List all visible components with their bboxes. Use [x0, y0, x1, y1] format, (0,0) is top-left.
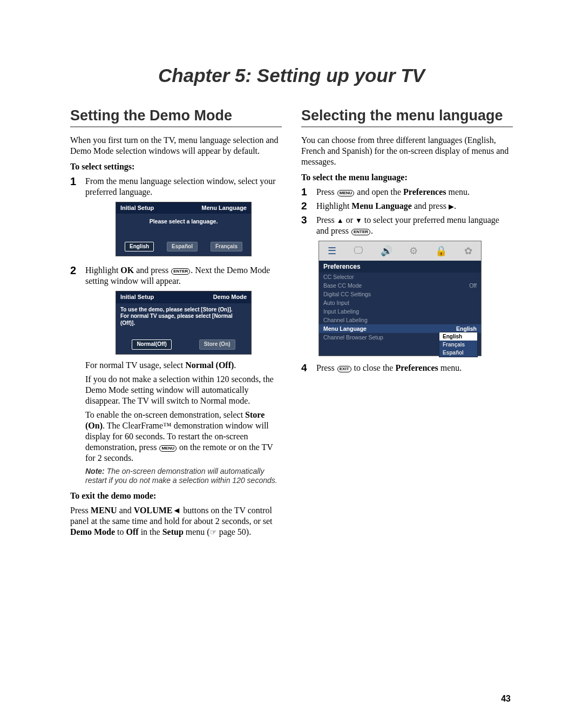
- right-step4: Press EXIT to close the Preferences menu…: [316, 363, 513, 373]
- setup-message: Please select a language.: [116, 214, 251, 238]
- demo-btn-normal[interactable]: Normal(Off): [132, 339, 172, 350]
- lang-btn-espanol[interactable]: Español: [167, 242, 198, 252]
- flyout-english[interactable]: English: [439, 332, 477, 341]
- down-triangle-icon: ▼: [355, 216, 362, 224]
- right-step1: Press MENU and open the Preferences menu…: [316, 187, 513, 198]
- tab-icon-sliders[interactable]: ⚙: [409, 245, 418, 257]
- flyout-francais[interactable]: Français: [439, 341, 477, 349]
- preferences-box: ☰ 🖵 🔊 ⚙ 🔒 ✿ Preferences CC Selector Base…: [318, 241, 482, 356]
- setup-header-left: Initial Setup: [120, 205, 154, 212]
- note-block: Note: The on-screen demonstration will a…: [85, 467, 282, 486]
- tab-icon-list[interactable]: ☰: [328, 245, 336, 257]
- left-section-title: Setting the Demo Mode: [70, 108, 282, 127]
- tab-icon-monitor[interactable]: 🖵: [354, 245, 363, 256]
- pref-row-auto-input[interactable]: Auto Input: [319, 298, 481, 307]
- step-number: 2: [301, 201, 311, 211]
- setup-header-right: Demo Mode: [213, 294, 247, 301]
- setup-header-right: Menu Language: [201, 205, 247, 212]
- tab-icon-gear[interactable]: ✿: [464, 245, 472, 257]
- enter-key-icon: ENTER: [171, 268, 190, 275]
- step-number: 3: [301, 215, 311, 225]
- step-number: 4: [301, 363, 311, 373]
- step-number: 1: [70, 176, 80, 187]
- exit-key-icon: EXIT: [337, 366, 351, 372]
- demo-msg2: For normal TV usage, please select [Norm…: [120, 313, 247, 326]
- chapter-title: Chapter 5: Setting up your TV: [70, 65, 513, 86]
- after-demo-3: To enable the on-screen demonstration, s…: [85, 410, 282, 464]
- pointer-icon: ☞: [210, 528, 217, 536]
- pref-row-input-labeling[interactable]: Input Labeling: [319, 307, 481, 316]
- left-select-heading: To select settings:: [70, 162, 282, 172]
- demo-mode-box: Initial Setup Demo Mode To use the demo,…: [116, 291, 252, 355]
- setup-header-left: Initial Setup: [120, 294, 154, 301]
- left-intro: When you first turn on the TV, menu lang…: [70, 135, 282, 157]
- right-select-heading: To select the menu language:: [301, 173, 513, 182]
- step-number: 1: [301, 187, 311, 197]
- right-triangle-icon: ▶: [449, 202, 454, 210]
- after-demo-1: For normal TV usage, select Normal (Off)…: [85, 360, 282, 371]
- pref-row-base-cc[interactable]: Base CC ModeOff: [319, 281, 481, 290]
- menu-key-icon: MENU: [159, 445, 177, 452]
- right-intro: You can choose from three different lang…: [301, 135, 513, 167]
- flyout-espanol[interactable]: Español: [439, 349, 477, 357]
- enter-key-icon: ENTER: [351, 229, 370, 235]
- exit-heading: To exit the demo mode:: [70, 491, 282, 501]
- language-setup-box: Initial Setup Menu Language Please selec…: [116, 202, 252, 256]
- tab-icon-lock[interactable]: 🔒: [435, 245, 447, 257]
- up-triangle-icon: ▲: [337, 216, 344, 224]
- page-number: 43: [70, 694, 513, 704]
- exit-text: Press MENU and VOLUME◄ buttons on the TV…: [70, 505, 282, 538]
- lang-btn-francais[interactable]: Français: [211, 242, 242, 252]
- demo-msg1: To use the demo, please select [Store (O…: [120, 307, 247, 314]
- left-step2: Highlight OK and press ENTER. Next the D…: [85, 265, 282, 287]
- menu-key-icon: MENU: [337, 190, 355, 196]
- tab-icon-speaker[interactable]: 🔊: [381, 245, 392, 257]
- right-step2: Highlight Menu Language and press ▶.: [316, 201, 513, 212]
- right-section-title: Selecting the menu language: [301, 108, 513, 127]
- lang-btn-english[interactable]: English: [125, 242, 154, 252]
- pref-row-cc-selector[interactable]: CC Selector: [319, 273, 481, 281]
- pref-row-channel-labeling[interactable]: Channel Labeling: [319, 316, 481, 324]
- demo-btn-store[interactable]: Store (On): [199, 339, 235, 350]
- pref-title: Preferences: [319, 261, 481, 273]
- after-demo-2: If you do not make a selection within 12…: [85, 374, 282, 406]
- pref-row-digital-cc[interactable]: Digital CC Settings: [319, 290, 481, 298]
- left-step1: From the menu language selection window,…: [85, 176, 282, 198]
- right-step3: Press ▲ or ▼ to select your preferred me…: [316, 215, 513, 236]
- step-number: 2: [70, 265, 80, 276]
